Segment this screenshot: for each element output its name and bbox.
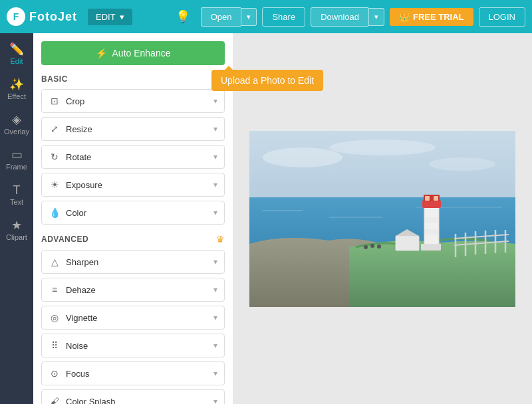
svg-point-28: [377, 245, 381, 249]
noise-tool[interactable]: ⠿ Noise ▾: [41, 334, 225, 357]
chevron-down-icon: ▾: [120, 12, 124, 22]
auto-enhance-label: Auto Enhance: [112, 48, 171, 58]
download-dropdown-arrow[interactable]: ▾: [368, 8, 384, 26]
resize-icon: ⤢: [49, 123, 61, 135]
sidebar-item-clipart-label: Clipart: [6, 233, 27, 241]
rotate-label: Rotate: [66, 152, 91, 162]
advanced-crown-icon: ♛: [216, 234, 225, 245]
color-label: Color: [66, 208, 86, 218]
svg-rect-21: [425, 196, 430, 201]
vignette-tool[interactable]: ◎ Vignette ▾: [41, 306, 225, 330]
sharpen-icon: △: [49, 256, 61, 268]
dehaze-chevron-icon: ▾: [213, 285, 217, 294]
dehaze-tool[interactable]: ≡ Dehaze ▾: [41, 278, 225, 302]
edit-icon: ✏️: [9, 43, 24, 55]
resize-label: Resize: [66, 124, 92, 134]
vignette-icon: ◎: [49, 312, 61, 324]
logo-area: F FotoJet: [7, 7, 77, 26]
canvas-image: [249, 131, 515, 307]
sharpen-label: Sharpen: [66, 257, 98, 267]
sidebar-item-effect[interactable]: ✨ Effect: [0, 72, 33, 107]
download-button-group: Download ▾: [311, 7, 384, 27]
svg-rect-18: [424, 229, 439, 235]
color-tool[interactable]: 💧 Color ▾: [41, 201, 225, 225]
exposure-icon: ☀: [49, 179, 61, 191]
crown-icon: 👑: [399, 12, 410, 22]
resize-tool[interactable]: ⤢ Resize ▾: [41, 117, 225, 141]
svg-rect-23: [421, 244, 441, 251]
crop-label: Crop: [66, 96, 84, 106]
rotate-tool[interactable]: ↻ Rotate ▾: [41, 145, 225, 169]
sidebar-item-frame[interactable]: ▭ Frame: [0, 142, 33, 177]
svg-rect-16: [424, 205, 439, 245]
sidebar-item-effect-label: Effect: [7, 92, 26, 100]
exposure-tool[interactable]: ☀ Exposure ▾: [41, 173, 225, 197]
download-button[interactable]: Download: [311, 7, 368, 27]
overlay-icon: ◈: [12, 114, 21, 126]
edit-mode-dropdown[interactable]: EDIT ▾: [88, 9, 132, 25]
svg-rect-17: [424, 217, 439, 223]
sharpen-chevron-icon: ▾: [213, 257, 217, 266]
rotate-icon: ↻: [49, 151, 61, 163]
sidebar-item-edit-label: Edit: [11, 57, 23, 65]
clipart-icon: ★: [11, 219, 22, 231]
sidebar-item-text-label: Text: [10, 198, 23, 206]
sharpen-tool[interactable]: △ Sharpen ▾: [41, 250, 225, 274]
edit-mode-label: EDIT: [96, 12, 116, 22]
sidebar-item-overlay-label: Overlay: [4, 128, 29, 136]
sidebar-item-overlay[interactable]: ◈ Overlay: [0, 107, 33, 142]
upload-tooltip[interactable]: Upload a Photo to Edit: [211, 70, 323, 91]
color-chevron-icon: ▾: [213, 208, 217, 217]
logo-text: FotoJet: [29, 10, 77, 24]
header: F FotoJet EDIT ▾ 💡 Open ▾ Share Download…: [0, 0, 532, 33]
open-dropdown-arrow[interactable]: ▾: [241, 8, 257, 26]
color-splash-tool[interactable]: 🖌 Color Splash ▾: [41, 389, 225, 404]
auto-enhance-icon: ⚡: [96, 48, 107, 58]
color-icon: 💧: [49, 207, 61, 219]
exposure-label: Exposure: [66, 180, 102, 190]
svg-rect-24: [396, 236, 419, 251]
free-trial-button[interactable]: 👑 FREE TRIAL: [390, 8, 473, 26]
color-splash-icon: 🖌: [49, 395, 61, 404]
lightbulb-icon[interactable]: 💡: [170, 9, 196, 24]
focus-chevron-icon: ▾: [213, 369, 217, 378]
open-button[interactable]: Open: [201, 7, 241, 27]
frame-icon: ▭: [11, 149, 23, 161]
basic-section-title: BASIC: [41, 74, 225, 84]
effect-icon: ✨: [9, 78, 24, 90]
login-button[interactable]: LOGIN: [479, 7, 525, 27]
sidebar-item-clipart[interactable]: ★ Clipart: [0, 213, 33, 248]
dehaze-label: Dehaze: [66, 285, 96, 295]
share-button[interactable]: Share: [262, 7, 305, 27]
crop-icon: ⊡: [49, 95, 61, 107]
dehaze-icon: ≡: [49, 284, 61, 296]
svg-point-2: [329, 140, 436, 155]
crop-tool[interactable]: ⊡ Crop ▾: [41, 89, 225, 113]
exposure-chevron-icon: ▾: [213, 180, 217, 189]
noise-label: Noise: [66, 341, 88, 351]
focus-icon: ⊙: [49, 367, 61, 379]
advanced-section-header: ADVANCED ♛: [41, 234, 225, 245]
color-splash-chevron-icon: ▾: [213, 397, 217, 404]
left-panel: ⚡ Auto Enhance BASIC ⊡ Crop ▾ ⤢ Resize ▾…: [33, 33, 233, 404]
focus-tool[interactable]: ⊙ Focus ▾: [41, 361, 225, 385]
vignette-chevron-icon: ▾: [213, 313, 217, 322]
svg-point-3: [429, 157, 495, 171]
noise-icon: ⠿: [49, 340, 61, 352]
resize-chevron-icon: ▾: [213, 124, 217, 134]
sidebar-nav: ✏️ Edit ✨ Effect ◈ Overlay ▭ Frame T Tex…: [0, 33, 33, 404]
advanced-section-title: ADVANCED: [41, 235, 88, 244]
vignette-label: Vignette: [66, 313, 97, 323]
svg-rect-22: [434, 196, 438, 201]
text-icon: T: [13, 184, 21, 196]
noise-chevron-icon: ▾: [213, 341, 217, 350]
logo-icon: F: [7, 7, 25, 26]
svg-point-27: [370, 244, 374, 248]
sidebar-item-edit[interactable]: ✏️ Edit: [0, 37, 33, 72]
focus-label: Focus: [66, 369, 89, 379]
crop-chevron-icon: ▾: [213, 96, 217, 106]
rotate-chevron-icon: ▾: [213, 152, 217, 161]
auto-enhance-button[interactable]: ⚡ Auto Enhance: [41, 41, 225, 65]
sidebar-item-text[interactable]: T Text: [0, 177, 33, 213]
svg-point-26: [364, 245, 368, 249]
